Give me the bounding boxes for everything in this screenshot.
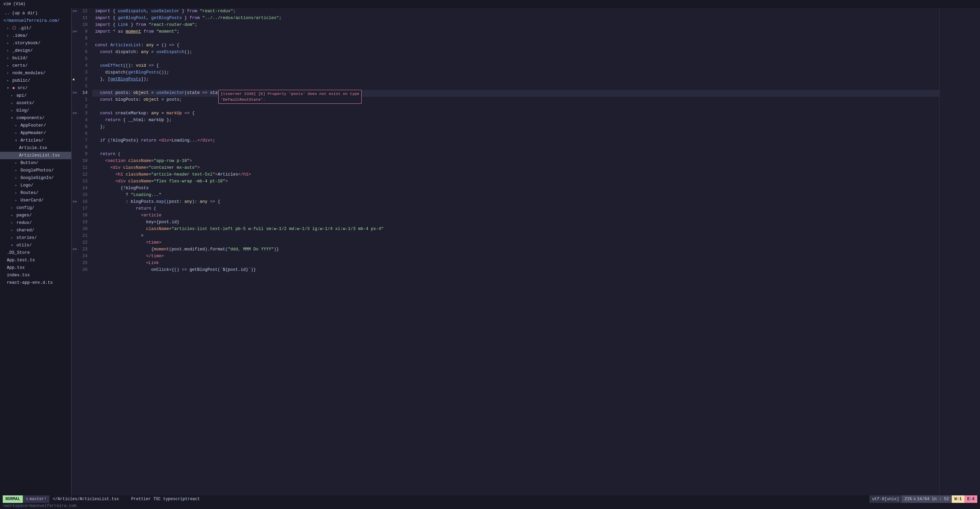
sidebar-item-storybook[interactable]: ▸ .storybook/	[0, 40, 71, 47]
gutter-num: 11	[80, 15, 88, 21]
gutter-line: 21	[73, 233, 89, 239]
gutter-line: ▲2	[73, 76, 89, 83]
code-line: <div className="flex flex-wrap -mb-4 pt-…	[92, 178, 939, 185]
gutter-line: 3	[73, 70, 89, 76]
gutter-line: 4	[73, 117, 89, 124]
arrow-icon: ▸	[15, 191, 19, 195]
gutter-line: 15	[73, 192, 89, 199]
sidebar-item-public[interactable]: ▸ public/	[0, 77, 71, 84]
gutter-line: 9	[73, 151, 89, 158]
arrow-icon: ▸	[7, 49, 11, 53]
gutter-num: 19	[80, 219, 88, 225]
sidebar-item-logo[interactable]: ▸ Logo/	[0, 182, 71, 189]
sidebar-label: index.tsx	[7, 273, 30, 277]
sidebar-item-src[interactable]: ▾ ◆ src/	[0, 84, 71, 92]
arrow-icon: ▸	[7, 63, 11, 68]
sidebar-item-assets[interactable]: ▸ assets/	[0, 99, 71, 107]
gutter-line: 8	[73, 35, 89, 42]
sidebar-item-routes[interactable]: ▸ Routes/	[0, 189, 71, 197]
sidebar-item-shared[interactable]: ▸ shared/	[0, 227, 71, 234]
sidebar-item-blog[interactable]: ▸ blog/	[0, 107, 71, 114]
sidebar-item-git[interactable]: ▸ ⬡ .git/	[0, 24, 71, 32]
sidebar-item-react-app-env[interactable]: react-app-env.d.ts	[0, 279, 71, 287]
arrow-icon: ▾	[11, 116, 15, 120]
gutter-num: 3	[80, 110, 88, 117]
sidebar-label: public/	[12, 78, 30, 83]
sidebar-item-usercard[interactable]: ▸ UserCard/	[0, 197, 71, 204]
sidebar-item-design[interactable]: ▸ _design/	[0, 47, 71, 54]
code-line	[92, 103, 939, 110]
sidebar-item-pages[interactable]: ▸ pages/	[0, 212, 71, 219]
code-line: if (!blogPosts) return <div>Loading...</…	[92, 138, 939, 144]
gutter-num: 26	[80, 267, 88, 273]
gutter-line: 26	[73, 267, 89, 274]
sidebar-item-root[interactable]: </mannuelferreira.com/	[0, 17, 71, 24]
gutter-line: 7	[73, 138, 89, 144]
sidebar-item-googlephotos[interactable]: ▸ GooglePhotos/	[0, 167, 71, 174]
sidebar-item-utils[interactable]: ▾ utils/	[0, 241, 71, 249]
sidebar-label: config/	[16, 206, 34, 210]
sidebar-label: Articles/	[21, 138, 44, 143]
gutter-line: >>23	[73, 246, 89, 253]
gutter-num: 23	[80, 246, 88, 253]
sidebar-item-api[interactable]: ▸ api/	[0, 92, 71, 99]
sidebar-label: .. (up a dir)	[5, 11, 38, 16]
sidebar-label: AppHeader/	[21, 131, 46, 135]
arrow-icon: ▸	[7, 71, 11, 75]
gutter-num: 10	[80, 22, 88, 28]
sidebar-item-articles[interactable]: ▾ Articles/	[0, 137, 71, 144]
sidebar-label: build/	[12, 56, 28, 60]
gutter-line: 24	[73, 253, 89, 260]
sidebar-item-components[interactable]: ▾ components/	[0, 114, 71, 122]
sidebar-item-app-tsx[interactable]: App.tsx	[0, 264, 71, 271]
sidebar-item-button[interactable]: ▸ Button/	[0, 159, 71, 167]
sidebar-item-build[interactable]: ▸ build/	[0, 54, 71, 62]
code-line: onClick={() => getBlogPost(`${post.id}`)…	[92, 267, 939, 274]
code-line	[92, 56, 939, 63]
sidebar-item-ds-store[interactable]: .DS_Store	[0, 249, 71, 257]
code-editor[interactable]: import { useDispatch, useSelector } from…	[92, 8, 939, 495]
gutter-num: 7	[80, 138, 88, 144]
sidebar-item-up-dir[interactable]: .. (up a dir)	[0, 10, 71, 17]
sidebar-label: </mannuelferreira.com/	[3, 18, 60, 23]
gutter-num: 11	[80, 165, 88, 171]
sidebar-label: redux/	[16, 220, 32, 225]
gutter-num: 14	[80, 185, 88, 192]
sidebar-item-app-test-ts[interactable]: App.test.ts	[0, 257, 71, 264]
sidebar-item-idea[interactable]: ▸ .idea/	[0, 32, 71, 40]
sidebar-label: GooglePhotos/	[21, 168, 54, 173]
arrow-icon: ▸	[15, 176, 19, 180]
sidebar-item-stories[interactable]: ▸ stories/	[0, 234, 71, 241]
code-line: </time>	[92, 253, 939, 260]
sidebar-label: .idea/	[12, 33, 28, 38]
gutter-line: 5	[73, 124, 89, 131]
code-line: return (	[92, 206, 939, 212]
sidebar-item-redux[interactable]: ▸ redux/	[0, 219, 71, 227]
sidebar-item-config[interactable]: ▸ config/	[0, 204, 71, 212]
code-line: useEffect((): void => {	[92, 63, 939, 70]
sidebar-label: Button/	[21, 160, 38, 165]
sidebar-item-articleslist-tsx[interactable]: ArticlesList.tsx	[0, 152, 71, 159]
arrow-icon: ▸	[7, 56, 11, 60]
gutter-marker: >>	[73, 29, 78, 35]
sidebar-item-appfooter[interactable]: ▸ AppFooter/	[0, 122, 71, 129]
sidebar-item-index-tsx[interactable]: index.tsx	[0, 271, 71, 279]
gutter-num: 6	[80, 49, 88, 55]
sidebar-item-appheader[interactable]: ▸ AppHeader/	[0, 129, 71, 137]
status-right: utf-8[unix] 21% ≡ 14/64 ln : 52 W:1 E:4	[869, 495, 977, 503]
sidebar-item-node-modules[interactable]: ▸ node_modules/	[0, 70, 71, 77]
sidebar-label: components/	[16, 116, 45, 121]
gutter-marker: >>	[73, 111, 78, 116]
sidebar-item-article-tsx[interactable]: Article.tsx	[0, 144, 71, 152]
code-line: import * as moment from "moment";	[92, 29, 939, 35]
gutter-num: 8	[80, 144, 88, 151]
gutter-line: 13	[73, 178, 89, 185]
title-bar: vim (Vim)	[0, 0, 980, 8]
gutter-num: 21	[80, 233, 88, 239]
sidebar-item-googlesignin[interactable]: ▸ GoogleSignIn/	[0, 174, 71, 182]
code-line: : blogPosts.map((post: any): any => {	[92, 199, 939, 206]
sidebar-item-certs[interactable]: ▸ certs/	[0, 62, 71, 70]
code-line: ? "Loading..."	[92, 192, 939, 199]
gutter-marker: ▲	[73, 76, 78, 82]
gutter-num: 9	[80, 151, 88, 157]
